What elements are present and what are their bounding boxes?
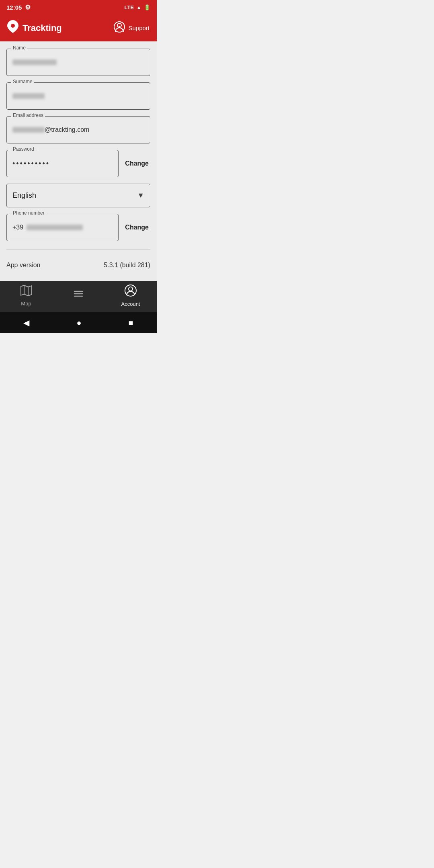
status-bar: 12:05 ⚙ LTE ▲ 🔋	[0, 0, 157, 14]
logo-pin-icon	[7, 20, 18, 36]
phone-label: Phone number	[11, 210, 46, 216]
svg-point-11	[129, 287, 133, 291]
status-right: LTE ▲ 🔋	[125, 4, 150, 10]
signal-icon: ▲	[136, 4, 141, 10]
password-dots: ••••••••••	[12, 160, 50, 168]
name-input[interactable]	[6, 49, 150, 76]
battery-icon: 🔋	[144, 4, 150, 10]
recent-button[interactable]: ■	[122, 317, 139, 329]
svg-point-3	[119, 26, 120, 28]
password-input[interactable]: ••••••••••	[6, 150, 119, 177]
phone-prefix: +39	[12, 224, 23, 231]
system-nav: ◀ ● ■	[0, 312, 157, 333]
account-icon	[125, 285, 137, 299]
support-label: Support	[128, 25, 149, 31]
chevron-down-icon: ▼	[137, 191, 144, 200]
app-version-label: App version	[6, 262, 41, 269]
surname-value-blurred	[12, 93, 45, 99]
network-indicator: LTE	[125, 4, 134, 10]
svg-point-0	[11, 24, 14, 27]
phone-input[interactable]: +39	[6, 214, 119, 241]
password-label: Password	[11, 146, 36, 152]
app-version-row: App version 5.3.1 (build 281)	[6, 258, 150, 273]
language-selector[interactable]: English ▼	[6, 184, 150, 207]
section-divider	[6, 249, 150, 250]
name-value-blurred	[12, 59, 57, 65]
home-button[interactable]: ●	[70, 317, 88, 329]
app-header: Trackting Support	[0, 14, 157, 41]
list-icon	[73, 288, 84, 302]
support-button[interactable]: Support	[114, 21, 149, 35]
status-time: 12:05	[6, 4, 22, 11]
phone-number-blurred	[27, 225, 83, 230]
name-label: Name	[11, 45, 27, 51]
bottom-nav: Map Account	[0, 281, 157, 312]
email-suffix: @trackting.com	[45, 126, 89, 133]
app-name-label: Trackting	[23, 23, 62, 33]
phone-value-container: +39	[12, 224, 83, 231]
nav-item-list[interactable]	[52, 288, 104, 304]
back-button[interactable]: ◀	[17, 316, 36, 329]
nav-item-account[interactable]: Account	[104, 285, 157, 307]
email-prefix-blurred	[12, 127, 45, 133]
surname-label: Surname	[11, 79, 34, 84]
surname-input[interactable]	[6, 82, 150, 110]
app-logo: Trackting	[7, 20, 62, 36]
name-field-group: Name	[6, 49, 150, 76]
surname-field-group: Surname	[6, 82, 150, 110]
nav-account-label: Account	[121, 301, 140, 307]
password-field-group: Password ••••••••••	[6, 150, 119, 177]
language-value: English	[12, 191, 36, 200]
phone-field-group: Phone number +39	[6, 214, 119, 241]
main-content: Name Surname Email address @trackting.co…	[0, 41, 157, 281]
nav-item-map[interactable]: Map	[0, 285, 52, 307]
phone-row: Phone number +39 Change	[6, 214, 150, 241]
support-icon	[114, 21, 125, 35]
map-icon	[20, 285, 32, 299]
app-version-value: 5.3.1 (build 281)	[104, 262, 150, 269]
email-field-group: Email address @trackting.com	[6, 116, 150, 143]
gear-icon: ⚙	[25, 4, 31, 11]
svg-marker-4	[20, 285, 32, 296]
email-input[interactable]: @trackting.com	[6, 116, 150, 143]
change-password-button[interactable]: Change	[123, 157, 150, 170]
status-left: 12:05 ⚙	[6, 4, 31, 11]
email-label: Email address	[11, 113, 45, 118]
nav-map-label: Map	[21, 301, 31, 307]
password-row: Password •••••••••• Change	[6, 150, 150, 177]
change-phone-button[interactable]: Change	[123, 221, 150, 234]
